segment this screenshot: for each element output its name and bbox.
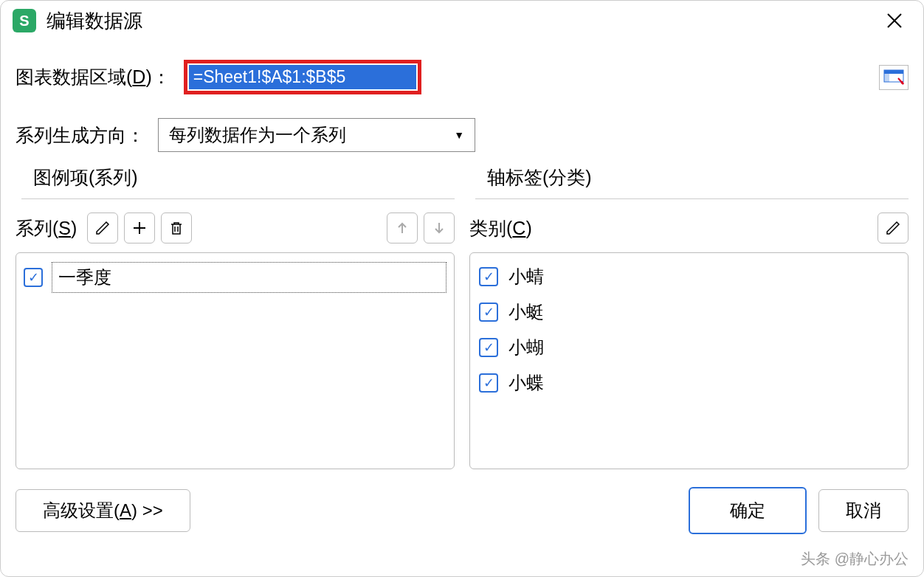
- dialog-footer: 高级设置(A) >> 确定 取消: [1, 469, 923, 534]
- range-selector-icon: [883, 69, 904, 86]
- plus-icon: [131, 220, 148, 236]
- delete-series-button[interactable]: [161, 213, 192, 243]
- series-label: 系列(S): [15, 216, 77, 241]
- category-label: 类别(C): [469, 216, 532, 241]
- range-selector-button[interactable]: [879, 65, 909, 90]
- series-direction-dropdown[interactable]: 每列数据作为一个系列 ▼: [158, 118, 475, 152]
- category-item[interactable]: ✓小蜻: [476, 259, 902, 294]
- edit-data-source-dialog: S 编辑数据源 图表数据区域(D)：: [0, 0, 924, 577]
- checkbox[interactable]: ✓: [479, 303, 498, 322]
- close-button[interactable]: [878, 4, 911, 38]
- series-item[interactable]: ✓一季度: [22, 259, 448, 296]
- series-direction-label: 系列生成方向：: [15, 123, 145, 148]
- series-listbox[interactable]: ✓一季度: [15, 252, 455, 469]
- checkbox[interactable]: ✓: [479, 267, 498, 286]
- advanced-settings-button[interactable]: 高级设置(A) >>: [15, 489, 190, 532]
- arrow-up-icon: [396, 221, 409, 235]
- cancel-button[interactable]: 取消: [818, 489, 909, 532]
- category-listbox[interactable]: ✓小蜻✓小蜓✓小蝴✓小蝶: [469, 252, 909, 469]
- chart-range-highlight: [184, 60, 421, 94]
- series-panel: 图例项(系列) 系列(S): [15, 176, 455, 469]
- chevron-down-icon: ▼: [454, 129, 464, 141]
- dialog-content: 图表数据区域(D)： 系列生成方向： 每列数据作为一个系列 ▼: [1, 41, 923, 469]
- title-bar: S 编辑数据源: [1, 1, 923, 41]
- category-header: 类别(C): [469, 213, 909, 243]
- category-item[interactable]: ✓小蝶: [476, 365, 902, 401]
- edit-category-button[interactable]: [878, 213, 909, 243]
- move-series-down-button[interactable]: [424, 213, 455, 243]
- category-item-label: 小蜻: [508, 265, 544, 288]
- checkbox[interactable]: ✓: [24, 268, 43, 287]
- pencil-icon: [94, 220, 111, 236]
- category-item[interactable]: ✓小蝴: [476, 330, 902, 365]
- dialog-title: 编辑数据源: [46, 8, 142, 34]
- chart-range-row: 图表数据区域(D)：: [15, 60, 909, 94]
- ok-button[interactable]: 确定: [689, 487, 807, 534]
- category-item-label: 小蜓: [508, 300, 544, 324]
- chart-range-label: 图表数据区域(D)：: [15, 65, 170, 89]
- add-series-button[interactable]: [124, 213, 155, 243]
- category-panel: 轴标签(分类) 类别(C) ✓小蜻✓小蜓✓小蝴✓小蝶: [469, 176, 909, 469]
- close-icon: [886, 13, 903, 29]
- pencil-icon: [885, 220, 901, 236]
- series-item-label: 一季度: [58, 267, 111, 287]
- checkbox[interactable]: ✓: [479, 373, 498, 393]
- category-item-label: 小蝴: [508, 336, 544, 359]
- series-group-label: 图例项(系列): [29, 167, 142, 187]
- category-item-label: 小蝶: [508, 371, 544, 395]
- dropdown-value: 每列数据作为一个系列: [169, 123, 346, 147]
- watermark: 头条 @静心办公: [801, 549, 909, 569]
- series-header: 系列(S): [15, 213, 455, 243]
- checkbox[interactable]: ✓: [479, 338, 498, 357]
- trash-icon: [168, 220, 185, 236]
- svg-rect-2: [884, 70, 889, 82]
- arrow-down-icon: [432, 221, 446, 235]
- edit-series-button[interactable]: [87, 213, 118, 243]
- category-item[interactable]: ✓小蜓: [476, 294, 902, 330]
- series-direction-row: 系列生成方向： 每列数据作为一个系列 ▼: [15, 118, 909, 152]
- panels-container: 图例项(系列) 系列(S): [15, 176, 909, 469]
- move-series-up-button[interactable]: [387, 213, 418, 243]
- category-group-label: 轴标签(分类): [483, 167, 596, 187]
- app-icon: S: [13, 9, 36, 32]
- chart-range-input[interactable]: [189, 65, 416, 89]
